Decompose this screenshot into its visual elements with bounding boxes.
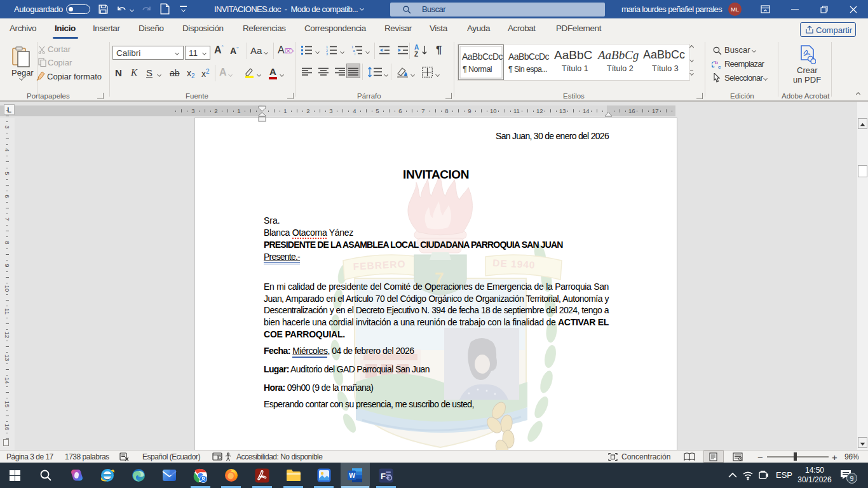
svg-text:W: W bbox=[349, 471, 355, 479]
svg-text:c: c bbox=[718, 64, 721, 69]
svg-text:3: 3 bbox=[326, 52, 328, 55]
svg-text:F: F bbox=[381, 471, 386, 481]
svg-text:i: i bbox=[355, 52, 355, 55]
